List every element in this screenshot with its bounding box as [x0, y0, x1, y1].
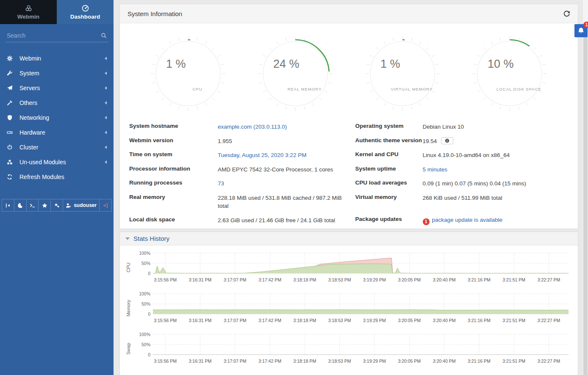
- gauge-cpu: 1 %CPU: [148, 33, 228, 114]
- info-value: 228.18 MiB used / 531.8 MiB cached / 987…: [218, 194, 343, 210]
- info-row: Kernel and CPULinux 4.19.0-10-amd64 on x…: [355, 148, 569, 163]
- collapse-sidebar-button[interactable]: [2, 199, 14, 211]
- info-row: Operating systemDebian Linux 10: [355, 120, 569, 134]
- theme-info-button[interactable]: [441, 137, 453, 144]
- user-button[interactable]: sudouser: [63, 199, 100, 211]
- info-row: Local disk space2.63 GiB used / 21.46 Gi…: [129, 213, 343, 228]
- refresh-button[interactable]: [563, 10, 570, 17]
- info-value: Tuesday, August 25, 2020 3:22 PM: [218, 151, 343, 160]
- sidebar-item-system[interactable]: System: [0, 66, 114, 80]
- stats-history-title: Stats History: [133, 235, 169, 242]
- x-axis-tick-label: 3:22:27 PM: [538, 277, 560, 282]
- x-axis-tick-label: 3:22:27 PM: [538, 358, 560, 364]
- info-value: 2.63 GiB used / 21.46 GiB free / 24.1 Gi…: [218, 216, 343, 225]
- x-axis-tick-label: 3:15:56 PM: [154, 358, 177, 364]
- chart-y-axis: 100%50%0: [133, 292, 153, 317]
- x-axis-tick-label: 3:15:56 PM: [154, 318, 177, 323]
- x-axis-tick-label: 3:19:29 PM: [363, 277, 386, 282]
- stats-history-header[interactable]: Stats History: [120, 232, 578, 245]
- search-input[interactable]: [7, 32, 101, 39]
- cpu-history-chart: CPU100%50%03:15:56 PM3:16:31 PM3:17:07 P…: [124, 251, 578, 284]
- terminal-icon: [30, 203, 35, 208]
- tab-dashboard[interactable]: Dashboard: [57, 0, 114, 24]
- info-value-link[interactable]: package update is available: [432, 217, 503, 223]
- speedometer-icon: [82, 5, 89, 12]
- x-axis-tick-label: 3:17:07 PM: [224, 318, 247, 323]
- page-scrollbar[interactable]: [583, 0, 588, 375]
- info-row: Real memory228.18 MiB used / 531.8 MiB c…: [129, 191, 343, 213]
- system-information-panel: System Information 1 %CPU24 %REAL MEMORY…: [120, 4, 578, 229]
- tab-webmin[interactable]: Webmin: [0, 0, 57, 24]
- x-axis-tick-label: 3:21:16 PM: [468, 277, 491, 282]
- info-value-text: 268 KiB used / 511.99 MiB total: [423, 195, 502, 201]
- gauges-row: 1 %CPU24 %REAL MEMORY1 %VIRTUAL MEMORY10…: [120, 23, 578, 117]
- x-axis-tick-label: 3:18:53 PM: [328, 358, 351, 364]
- stats-charts: CPU100%50%03:15:56 PM3:16:31 PM3:17:07 P…: [120, 245, 578, 365]
- info-value-link[interactable]: example.com (203.0.113.0): [218, 124, 287, 130]
- x-axis-tick-label: 3:21:51 PM: [502, 318, 525, 323]
- notifications-count-badge: 1: [583, 22, 588, 28]
- search-icon[interactable]: [101, 33, 107, 39]
- hard-drive-icon: [7, 130, 14, 135]
- notifications-button[interactable]: 1: [574, 24, 588, 37]
- chart-plot-area: 3:15:56 PM3:16:31 PM3:17:07 PM3:17:42 PM…: [153, 251, 569, 284]
- x-axis-tick-label: 3:16:31 PM: [189, 277, 212, 282]
- x-axis-tick-label: 3:21:16 PM: [468, 358, 491, 364]
- sidebar-item-cluster[interactable]: Cluster: [0, 140, 114, 154]
- wrench-icon: [7, 70, 14, 76]
- sidebar-item-refresh-modules[interactable]: Refresh Modules: [0, 169, 114, 184]
- sidebar-item-servers[interactable]: Servers: [0, 80, 114, 95]
- favorites-button[interactable]: [39, 199, 51, 211]
- system-info-table: System hostnameexample.com (203.0.113.0)…: [120, 117, 578, 228]
- info-row: System hostnameexample.com (203.0.113.0): [129, 120, 343, 134]
- sidebar: Webmin Dashboard WebminSystemServersOthe…: [0, 0, 114, 375]
- y-axis-tick-label: 0: [148, 271, 150, 276]
- x-axis-tick-label: 3:21:16 PM: [468, 318, 491, 323]
- info-label: System uptime: [355, 165, 423, 172]
- x-axis-tick-label: 3:18:18 PM: [293, 318, 316, 323]
- star-icon: [42, 203, 47, 208]
- cogs-icon: [54, 203, 60, 208]
- sidebar-item-others[interactable]: Others: [0, 95, 114, 110]
- info-row: Webmin version1.955: [129, 134, 343, 149]
- info-value: Linux 4.19.0-10-amd64 on x86_64: [423, 151, 569, 160]
- x-axis-tick-label: 3:20:05 PM: [398, 277, 421, 282]
- shield-icon: [7, 115, 14, 121]
- info-value: Debian Linux 10: [423, 123, 569, 131]
- x-axis-tick-label: 3:16:31 PM: [189, 318, 212, 323]
- y-axis-tick-label: 50%: [141, 301, 150, 306]
- sidebar-item-un-used-modules[interactable]: Un-used Modules: [0, 154, 114, 169]
- logout-icon: [103, 203, 108, 208]
- sidebar-toolbar: sudouser: [2, 199, 112, 212]
- caret-left-icon: [105, 116, 107, 119]
- y-axis-tick-label: 100%: [139, 251, 150, 256]
- caret-left-icon: [105, 101, 107, 105]
- info-row: System uptime5 minutes: [355, 163, 569, 177]
- info-label: Time on system: [129, 151, 218, 157]
- bell-icon: [577, 27, 585, 34]
- sidebar-menu: WebminSystemServersOthersNetworkingHardw…: [0, 51, 114, 184]
- info-value-link[interactable]: 5 minutes: [423, 166, 448, 173]
- scrollbar-thumb[interactable]: [583, 24, 588, 375]
- x-axis-tick-label: 3:20:40 PM: [433, 318, 456, 323]
- sidebar-item-networking[interactable]: Networking: [0, 110, 114, 125]
- info-value-link[interactable]: Tuesday, August 25, 2020 3:22 PM: [218, 152, 306, 158]
- x-axis-tick-label: 3:20:05 PM: [398, 358, 421, 364]
- terminal-button[interactable]: [27, 199, 39, 211]
- info-value: 268 KiB used / 511.99 MiB total: [423, 194, 569, 202]
- logout-button[interactable]: [100, 199, 111, 211]
- sidebar-item-webmin[interactable]: Webmin: [0, 51, 114, 66]
- chart-axis-title: Memory: [124, 292, 133, 324]
- x-axis-tick-label: 3:21:51 PM: [502, 358, 525, 364]
- gauge-local-disk-space: 10 %LOCAL DISK SPACE: [469, 33, 550, 114]
- updates-count-badge: 1: [423, 218, 430, 225]
- info-value-text: Debian Linux 10: [423, 124, 464, 130]
- info-value-link[interactable]: 73: [218, 180, 224, 187]
- info-label: Real memory: [129, 194, 218, 200]
- system-info-right-column: Operating systemDebian Linux 10Authentic…: [355, 120, 569, 228]
- night-mode-button[interactable]: [14, 199, 27, 211]
- sidebar-item-hardware[interactable]: Hardware: [0, 125, 114, 140]
- x-axis-tick-label: 3:17:07 PM: [224, 358, 247, 364]
- info-value: 0.09 (1 min) 0.07 (5 mins) 0.04 (15 mins…: [423, 179, 569, 188]
- theme-configuration-button[interactable]: [51, 199, 63, 211]
